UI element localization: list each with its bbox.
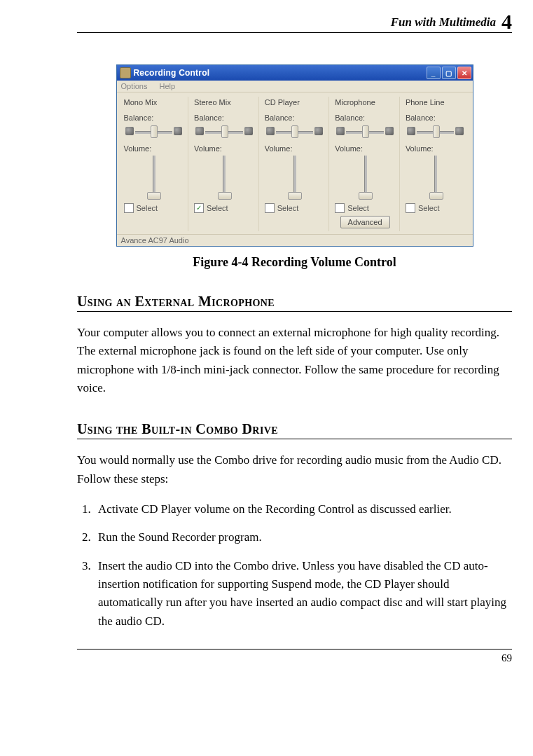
step-item: Run the Sound Recorder program. <box>94 528 512 547</box>
select-checkbox[interactable] <box>124 203 134 213</box>
section-heading-external-mic: Using an External Microphone <box>77 294 512 312</box>
section-heading-combo-drive: Using the Built-in Combo Drive <box>77 421 512 439</box>
app-icon <box>120 67 131 78</box>
balance-slider[interactable] <box>124 123 184 139</box>
channel-mono-mix: Mono Mix Balance: Volume: Select <box>120 97 189 231</box>
titlebar[interactable]: Recording Control _ ▢ ✕ <box>117 65 473 81</box>
balance-slider[interactable] <box>335 123 395 139</box>
channel-name: Stereo Mix <box>194 98 254 106</box>
select-label: Select <box>207 204 228 212</box>
speaker-right-icon <box>174 127 182 135</box>
menu-options[interactable]: Options <box>121 82 148 90</box>
menubar: Options Help <box>117 81 473 92</box>
select-checkbox[interactable] <box>406 203 415 213</box>
menu-help[interactable]: Help <box>159 82 175 90</box>
window-title: Recording Control <box>134 68 425 78</box>
channel-name: Mono Mix <box>124 98 184 106</box>
volume-slider[interactable] <box>427 156 444 199</box>
speaker-right-icon <box>244 127 253 135</box>
channel-phone-line: Phone Line Balance: Volume: Select <box>401 97 470 231</box>
speaker-right-icon <box>455 127 464 135</box>
advanced-button[interactable]: Advanced <box>340 216 390 228</box>
step-item: Activate CD Player volume on the Recordi… <box>94 500 512 518</box>
balance-label: Balance: <box>406 114 466 122</box>
select-label: Select <box>347 204 369 212</box>
section1-paragraph: Your computer allows you to connect an e… <box>77 324 512 397</box>
balance-label: Balance: <box>265 114 325 122</box>
balance-label: Balance: <box>335 114 395 122</box>
maximize-button[interactable]: ▢ <box>442 67 456 79</box>
close-button[interactable]: ✕ <box>457 67 471 79</box>
select-label: Select <box>418 204 440 212</box>
volume-slider[interactable] <box>357 156 373 199</box>
recording-control-window: Recording Control _ ▢ ✕ Options Help Mon… <box>116 64 473 247</box>
figure-caption: Figure 4-4 Recording Volume Control <box>77 255 512 270</box>
channel-name: Phone Line <box>406 98 466 106</box>
channels-row: Mono Mix Balance: Volume: Select Stereo … <box>117 92 473 234</box>
speaker-left-icon <box>407 127 415 135</box>
select-label: Select <box>137 204 158 212</box>
balance-label: Balance: <box>124 114 184 122</box>
volume-slider[interactable] <box>145 156 162 199</box>
balance-slider[interactable] <box>194 123 254 139</box>
minimize-button[interactable]: _ <box>427 67 441 79</box>
select-label: Select <box>277 204 299 212</box>
page-footer: 69 <box>77 649 512 664</box>
balance-slider[interactable] <box>406 123 466 139</box>
speaker-right-icon <box>314 127 323 135</box>
select-checkbox[interactable]: ✓ <box>194 203 204 213</box>
speaker-left-icon <box>125 127 134 135</box>
header-title: Fun with Multimedia <box>391 15 496 29</box>
volume-label: Volume: <box>265 144 325 153</box>
volume-label: Volume: <box>124 144 184 153</box>
volume-slider[interactable] <box>216 156 233 199</box>
channel-microphone: Microphone Balance: Volume: Select Advan… <box>331 97 400 231</box>
header-chapter-number: 4 <box>501 10 512 33</box>
statusbar: Avance AC97 Audio <box>117 234 473 246</box>
volume-slider[interactable] <box>286 156 303 199</box>
step-item: Insert the audio CD into the Combo drive… <box>94 557 512 631</box>
page-header: Fun with Multimedia 4 <box>77 0 512 33</box>
speaker-left-icon <box>336 127 345 135</box>
page-number: 69 <box>501 652 512 664</box>
volume-label: Volume: <box>335 144 395 153</box>
channel-name: CD Player <box>265 98 325 106</box>
volume-label: Volume: <box>406 144 466 153</box>
steps-list: Activate CD Player volume on the Recordi… <box>77 500 512 631</box>
channel-name: Microphone <box>335 98 395 106</box>
channel-stereo-mix: Stereo Mix Balance: Volume: ✓ Select <box>190 97 259 231</box>
speaker-right-icon <box>385 127 394 135</box>
speaker-left-icon <box>266 127 275 135</box>
section2-paragraph: You would normally use the Combo drive f… <box>77 451 512 488</box>
volume-label: Volume: <box>194 144 254 153</box>
select-checkbox[interactable] <box>265 203 275 213</box>
channel-cd-player: CD Player Balance: Volume: Select <box>261 97 330 231</box>
balance-slider[interactable] <box>265 123 325 139</box>
select-checkbox[interactable] <box>335 203 345 213</box>
speaker-left-icon <box>195 127 204 135</box>
balance-label: Balance: <box>194 114 254 122</box>
